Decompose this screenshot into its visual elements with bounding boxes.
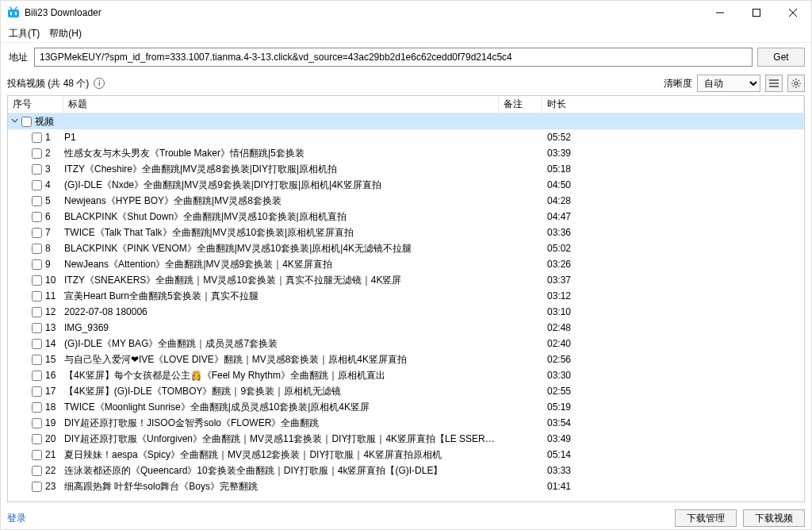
table-row[interactable]: 5Newjeans《HYPE BOY》全曲翻跳|MV灵感8套换装04:28 (8, 193, 804, 209)
table-row[interactable]: 1P105:52 (8, 129, 804, 145)
table-row[interactable]: 4(G)I-DLE《Nxde》全曲翻跳|MV灵感9套换装|DIY打歌服|原相机|… (8, 177, 804, 193)
row-checkbox[interactable] (32, 228, 42, 238)
close-button[interactable] (775, 1, 811, 25)
row-checkbox[interactable] (32, 371, 42, 381)
col-note[interactable]: 备注 (499, 96, 542, 113)
row-duration: 03:49 (542, 433, 804, 444)
group-row[interactable]: 视频 (8, 113, 804, 129)
row-duration: 05:02 (542, 243, 804, 254)
app-title: Bili23 Downloader (25, 7, 102, 18)
row-checkbox[interactable] (32, 180, 42, 190)
table-row[interactable]: 23细高跟热舞 叶舒华solo舞台《Boys》完整翻跳01:41 (8, 478, 804, 494)
group-checkbox[interactable] (21, 117, 32, 127)
row-index: 12 (45, 306, 56, 317)
row-index: 21 (45, 449, 56, 460)
row-duration: 05:19 (542, 401, 804, 413)
row-index: 13 (45, 322, 56, 333)
table-row[interactable]: 17【4K竖屏】(G)I-DLE《TOMBOY》翻跳｜9套换装｜原相机无滤镜02… (8, 383, 804, 399)
row-checkbox[interactable] (32, 148, 42, 159)
menu-help[interactable]: 帮助(H) (44, 25, 86, 42)
row-checkbox[interactable] (32, 402, 42, 413)
table-row[interactable]: 7TWICE《Talk That Talk》全曲翻跳|MV灵感10套换装|原相机… (8, 225, 804, 240)
download-video-button[interactable]: 下载视频 (743, 509, 805, 527)
table-row[interactable]: 6BLACKPINK《Shut Down》全曲翻跳|MV灵感10套换装|原相机直… (8, 209, 804, 225)
row-checkbox[interactable] (32, 212, 42, 222)
row-index: 3 (45, 163, 51, 175)
col-title[interactable]: 标题 (63, 96, 499, 113)
row-checkbox[interactable] (32, 164, 42, 175)
download-manage-button[interactable]: 下载管理 (675, 509, 737, 527)
list-body[interactable]: 视频 1P105:522性感女友与木头男友《Trouble Maker》情侣翻跳… (8, 113, 804, 501)
row-index: 19 (45, 417, 56, 428)
row-duration: 04:50 (542, 179, 804, 190)
row-checkbox[interactable] (32, 275, 42, 286)
row-checkbox[interactable] (32, 466, 42, 476)
row-checkbox[interactable] (32, 355, 42, 365)
row-checkbox[interactable] (32, 482, 42, 492)
row-checkbox[interactable] (32, 450, 42, 460)
svg-rect-3 (753, 10, 760, 17)
table-row[interactable]: 2性感女友与木头男友《Trouble Maker》情侣翻跳|5套换装03:39 (8, 145, 804, 161)
row-title: 与自己坠入爱河❤IVE《LOVE DIVE》翻跳｜MV灵感8套换装｜原相机4K竖… (63, 353, 499, 367)
row-duration: 03:36 (542, 227, 804, 238)
svg-rect-0 (8, 10, 19, 17)
row-duration: 02:56 (542, 354, 804, 365)
row-checkbox[interactable] (32, 259, 42, 270)
row-checkbox[interactable] (32, 386, 42, 397)
row-duration: 03:54 (542, 417, 804, 428)
app-icon (7, 6, 20, 19)
row-title: 【4K竖屏】(G)I-DLE《TOMBOY》翻跳｜9套换装｜原相机无滤镜 (63, 385, 499, 398)
svg-point-4 (795, 82, 798, 85)
table-row[interactable]: 20DIY超还原打歌服《Unforgiven》全曲翻跳｜MV灵感11套换装｜DI… (8, 431, 804, 447)
table-row[interactable]: 18TWICE《Moonlight Sunrise》全曲翻跳|成员灵感10套换装… (8, 399, 804, 415)
row-checkbox[interactable] (32, 291, 42, 301)
row-title: IMG_9369 (63, 322, 499, 333)
login-link[interactable]: 登录 (7, 512, 26, 525)
row-duration: 03:33 (542, 465, 804, 476)
row-index: 20 (45, 433, 56, 444)
row-duration: 05:52 (542, 132, 804, 143)
menu-tool[interactable]: 工具(T) (4, 25, 44, 42)
table-row[interactable]: 14(G)I-DLE《MY BAG》全曲翻跳｜成员灵感7套换装02:40 (8, 336, 804, 351)
svg-rect-1 (10, 12, 12, 15)
info-icon[interactable]: i (94, 78, 105, 89)
row-title: TWICE《Moonlight Sunrise》全曲翻跳|成员灵感10套换装|原… (63, 401, 499, 414)
col-duration[interactable]: 时长 (542, 96, 804, 113)
row-title: 夏日辣妹！aespa《Spicy》全曲翻跳｜MV灵感12套换装｜DIY打歌服｜4… (63, 448, 499, 462)
row-checkbox[interactable] (32, 339, 42, 349)
address-input[interactable] (34, 48, 753, 67)
settings-button[interactable] (787, 75, 805, 92)
col-index[interactable]: 序号 (8, 96, 63, 113)
row-checkbox[interactable] (32, 196, 42, 206)
row-index: 7 (45, 227, 51, 238)
row-checkbox[interactable] (32, 434, 42, 444)
video-list: 序号 标题 备注 时长 视频 1P105:522性感女友与木头男友《Troubl… (7, 95, 805, 502)
table-row[interactable]: 9NewJeans《Attention》全曲翻跳|MV灵感9套换装｜4K竖屏直拍… (8, 256, 804, 272)
table-row[interactable]: 19DIY超还原打歌服！JISOO金智秀solo《FLOWER》全曲翻跳03:5… (8, 415, 804, 431)
table-row[interactable]: 122022-07-08 18000603:10 (8, 304, 804, 320)
quality-select[interactable]: 自动 (697, 75, 760, 92)
row-title: 细高跟热舞 叶舒华solo舞台《Boys》完整翻跳 (63, 480, 499, 494)
table-row[interactable]: 10ITZY《SNEAKERS》全曲翻跳｜MV灵感10套换装｜真实不拉腿无滤镜｜… (8, 272, 804, 288)
list-view-button[interactable] (765, 75, 783, 92)
row-checkbox[interactable] (32, 244, 42, 254)
minimize-button[interactable] (702, 1, 738, 25)
row-checkbox[interactable] (32, 132, 42, 143)
get-button[interactable]: Get (757, 48, 805, 67)
row-checkbox[interactable] (32, 307, 42, 317)
table-row[interactable]: 21夏日辣妹！aespa《Spicy》全曲翻跳｜MV灵感12套换装｜DIY打歌服… (8, 447, 804, 463)
row-index: 15 (45, 354, 56, 365)
table-row[interactable]: 8BLACKPINK《PINK VENOM》全曲翻跳|MV灵感10套换装|原相机… (8, 240, 804, 256)
row-checkbox[interactable] (32, 323, 42, 333)
table-row[interactable]: 13IMG_936902:48 (8, 320, 804, 336)
table-row[interactable]: 15与自己坠入爱河❤IVE《LOVE DIVE》翻跳｜MV灵感8套换装｜原相机4… (8, 351, 804, 367)
table-row[interactable]: 16【4K竖屏】每个女孩都是公主👸《Feel My Rhythm》全曲翻跳｜原相… (8, 367, 804, 383)
row-checkbox[interactable] (32, 418, 42, 428)
table-row[interactable]: 3ITZY《Cheshire》全曲翻跳|MV灵感8套换装|DIY打歌服|原相机拍… (8, 161, 804, 177)
maximize-button[interactable] (738, 1, 775, 25)
row-title: 【4K竖屏】每个女孩都是公主👸《Feel My Rhythm》全曲翻跳｜原相机直… (63, 369, 499, 382)
row-index: 14 (45, 338, 56, 349)
table-row[interactable]: 22连泳装都还原的《Queencard》10套换装全曲翻跳｜DIY打歌服｜4k竖… (8, 463, 804, 478)
row-title: Newjeans《HYPE BOY》全曲翻跳|MV灵感8套换装 (63, 194, 499, 208)
table-row[interactable]: 11宣美Heart Burn全曲翻跳5套换装｜真实不拉腿03:12 (8, 288, 804, 304)
